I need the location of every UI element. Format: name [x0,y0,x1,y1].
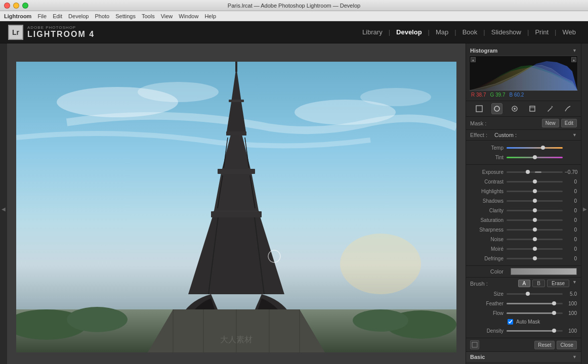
brush-flow-track[interactable] [507,312,563,314]
highlights-label: Highlights [470,189,507,194]
histogram-highlight-clipping[interactable]: ▲ [571,57,576,62]
brush-feather-track[interactable] [507,303,563,304]
main-image[interactable]: 大人素材 [16,62,456,352]
svg-text:大人素材: 大人素材 [220,335,253,344]
app-logo: Lr ADOBE PHOTOSHOP LIGHTROOM 4 [8,25,95,40]
brush-size-thumb[interactable] [526,292,530,296]
svg-point-29 [353,309,408,332]
sharpness-slider-track[interactable] [507,229,563,231]
menu-view[interactable]: View [161,13,173,19]
crop-tool[interactable] [474,103,485,114]
contrast-thumb[interactable] [533,179,537,184]
auto-mask-checkbox[interactable] [508,319,513,325]
menu-settings[interactable]: Settings [115,13,136,19]
menu-tools[interactable]: Tools [142,13,155,19]
histogram-title: Histogram [470,48,497,54]
shadows-slider-row: Shadows 0 [470,196,577,205]
temp-slider-thumb[interactable] [541,146,545,150]
color-swatch[interactable] [511,268,577,275]
center-area: 大人素材 [7,43,466,364]
graduated-filter-tool[interactable] [527,103,538,114]
basic-section-header[interactable]: Basic ▼ [466,352,581,362]
moire-thumb[interactable] [533,247,537,251]
defringe-thumb[interactable] [533,256,537,260]
window-controls[interactable] [4,3,28,9]
brush-tab-erase[interactable]: Erase [547,280,569,287]
logo-letter: Lr [12,28,19,36]
highlights-slider-row: Highlights 0 [470,187,577,196]
highlights-slider-track[interactable] [507,191,563,192]
highlights-thumb[interactable] [533,189,537,193]
moire-slider-track[interactable] [507,248,563,250]
adjustment-brush-tool[interactable] [544,103,556,114]
tint-slider-thumb[interactable] [533,155,537,159]
minimize-window-button[interactable] [13,3,19,9]
noise-thumb[interactable] [533,237,537,241]
brush-density-track[interactable] [507,330,563,332]
svg-rect-19 [226,131,246,135]
menu-develop[interactable]: Develop [68,13,89,19]
mask-new-button[interactable]: New [542,119,559,127]
menu-window[interactable]: Window [179,13,198,19]
shadows-slider-track[interactable] [507,200,563,202]
brush-flow-thumb[interactable] [552,311,556,315]
brush-tab-b[interactable]: B [532,280,545,287]
svg-rect-11 [229,100,244,102]
menu-photo[interactable]: Photo [95,13,109,19]
contrast-slider-track[interactable] [507,181,563,183]
redeye-tool[interactable] [509,103,520,114]
mask-edit-button[interactable]: Edit [561,119,577,127]
brush-tab-a[interactable]: A [518,280,531,287]
clarity-slider-track[interactable] [507,210,563,211]
effect-label: Effect : [470,132,490,138]
window-title: Paris.lrcat — Adobe Photoshop Lightroom … [228,3,360,9]
brush-density-value: 100 [563,328,577,334]
histogram-header[interactable]: Histogram ▼ [469,46,578,56]
effect-dropdown-icon[interactable]: ▼ [572,132,577,138]
menu-edit[interactable]: Edit [53,13,62,19]
curves-tool[interactable] [562,103,573,114]
saturation-value: 0 [563,217,577,223]
histogram-shadow-clipping[interactable]: ▲ [471,57,476,62]
tint-slider-track[interactable] [507,157,563,158]
brush-label: Brush : [470,281,488,287]
nav-slideshow[interactable]: Slideshow [487,26,525,38]
noise-slider-track[interactable] [507,239,563,240]
menu-lightroom[interactable]: Lightroom [4,13,31,19]
menu-file[interactable]: File [37,13,47,19]
mask-label: Mask : [470,120,486,126]
exposure-slider-track[interactable] [507,171,563,173]
bottom-close-button[interactable]: Close [557,341,577,349]
histogram-canvas: ▲ ▲ [469,56,578,91]
nav-map[interactable]: Map [432,26,452,38]
nav-library[interactable]: Library [358,26,387,38]
app-header: Lr ADOBE PHOTOSHOP LIGHTROOM 4 Library |… [0,21,588,43]
brush-density-thumb[interactable] [552,329,556,333]
bottom-reset-button[interactable]: Reset [534,341,555,349]
defringe-value: 0 [563,256,577,261]
temp-slider-track[interactable] [507,147,563,149]
bottom-icon-btn[interactable] [470,340,479,349]
nav-book[interactable]: Book [458,26,482,38]
tint-slider-row: Tint [470,153,577,162]
left-panel-toggle[interactable]: ◀ [0,43,7,364]
shadows-thumb[interactable] [533,199,537,203]
brush-feather-thumb[interactable] [552,301,556,305]
brush-dropdown-icon[interactable]: ▼ [572,280,577,287]
sharpness-thumb[interactable] [533,228,537,232]
defringe-slider-track[interactable] [507,258,563,259]
brush-size-track[interactable] [507,293,563,295]
right-panel-toggle[interactable]: ▶ [581,43,588,364]
clarity-thumb[interactable] [533,208,537,212]
menu-help[interactable]: Help [204,13,216,19]
saturation-slider-track[interactable] [507,219,563,221]
nav-develop[interactable]: Develop [392,26,426,38]
exposure-thumb[interactable] [526,170,530,174]
brush-size-label: Size [470,291,507,297]
close-window-button[interactable] [4,3,10,9]
nav-web[interactable]: Web [559,26,580,38]
saturation-thumb[interactable] [533,218,537,222]
spot-removal-tool[interactable] [491,103,502,114]
nav-print[interactable]: Print [531,26,553,38]
maximize-window-button[interactable] [22,3,28,9]
